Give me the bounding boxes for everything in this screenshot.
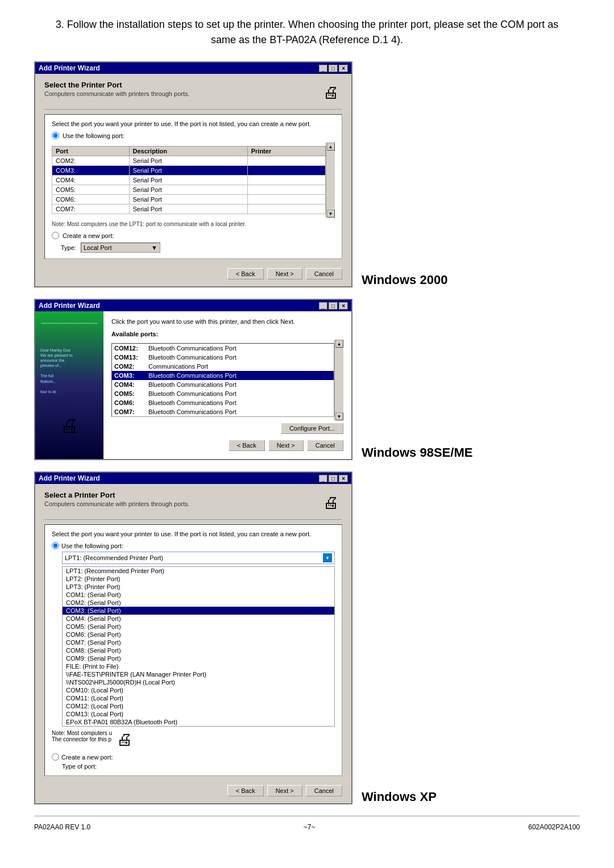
wizard-header-title-xp: Select a Printer Port xyxy=(44,491,190,499)
next-button-98[interactable]: Next > xyxy=(268,440,304,451)
radio-create-port-input[interactable] xyxy=(52,232,59,239)
desc-com5: Serial Port xyxy=(129,185,247,195)
scroll-down-arrow[interactable]: ▼ xyxy=(327,210,335,218)
port-desc: Communications Port xyxy=(148,363,331,370)
port-dropdown-xp[interactable]: LPT1: (Recommended Printer Port) ▼ xyxy=(62,552,335,564)
intro-text: 3. Follow the installation steps to set … xyxy=(34,17,580,48)
radio-use-port-xp[interactable]: Use the following port: xyxy=(52,542,335,549)
table-row[interactable]: COM4: Serial Port xyxy=(52,176,326,185)
list-item[interactable]: COM9: (Serial Port) xyxy=(63,654,334,662)
list-item[interactable]: COM13: (Local Port) xyxy=(63,710,334,718)
port-name: COM13: xyxy=(114,354,148,361)
ports-table-wrapper-98: COM12: Bluetooth Communications Port COM… xyxy=(111,340,343,420)
radio-use-port[interactable]: Use the following port: xyxy=(52,132,335,139)
list-item[interactable]: COM2: (Serial Port) xyxy=(63,599,334,607)
wizard-98-main: Click the port you want to use with this… xyxy=(103,311,351,459)
wizard-content-xp: Select a Printer Port Computers communic… xyxy=(35,484,351,803)
table-scrollbar[interactable]: ▲ ▼ xyxy=(326,143,335,218)
table-row[interactable]: COM3: Serial Port xyxy=(52,166,326,176)
maximize-btn[interactable]: □ xyxy=(329,65,338,72)
radio-use-port-input-xp[interactable] xyxy=(52,542,59,549)
list-item[interactable]: COM1: (Serial Port) xyxy=(63,591,334,599)
deco-line xyxy=(41,323,98,324)
configure-port-button[interactable]: Configure Port... xyxy=(281,423,343,434)
list-item[interactable]: COM5: (Serial Port) xyxy=(63,623,334,631)
radio-use-port-label: Use the following port: xyxy=(63,132,125,139)
cancel-button-98[interactable]: Cancel xyxy=(307,440,343,451)
dropdown-arrow-icon-xp[interactable]: ▼ xyxy=(323,553,332,562)
wizard-content-2000: Select the Printer Port Computers commun… xyxy=(35,74,351,286)
wizard-titlebar-xp: Add Printer Wizard _ □ × xyxy=(35,473,351,484)
list-item[interactable]: COM13: Bluetooth Communications Port xyxy=(112,353,334,362)
radio-create-port[interactable]: Create a new port: xyxy=(52,232,335,239)
back-button-2000[interactable]: < Back xyxy=(227,268,264,279)
scroll-down-98[interactable]: ▼ xyxy=(335,412,343,420)
close-btn[interactable]: × xyxy=(339,65,348,72)
list-item[interactable]: \\FAE-TEST\PRINTER (LAN Manager Printer … xyxy=(63,670,334,678)
list-item[interactable]: COM2: Communications Port xyxy=(112,362,334,371)
list-item[interactable]: COM7: (Serial Port) xyxy=(63,639,334,646)
wizard-title-xp: Add Printer Wizard xyxy=(39,474,100,482)
cancel-button-2000[interactable]: Cancel xyxy=(306,268,342,279)
desc-com4: Serial Port xyxy=(129,176,247,185)
table-row[interactable]: COM5: Serial Port xyxy=(52,185,326,195)
scroll-up-98[interactable]: ▲ xyxy=(335,340,343,348)
radio-create-port-input-xp[interactable] xyxy=(52,753,59,761)
list-item[interactable]: COM5: Bluetooth Communications Port xyxy=(112,389,334,398)
port-dropdown-list: LPT1: (Recommended Printer Port) LPT2: (… xyxy=(62,566,335,727)
list-item[interactable]: COM11: (Local Port) xyxy=(63,694,334,702)
list-item[interactable]: COM8: (Serial Port) xyxy=(63,646,334,654)
list-item[interactable]: LPT2: (Printer Port) xyxy=(63,575,334,583)
list-item[interactable]: COM6: (Serial Port) xyxy=(63,631,334,639)
close-btn-98[interactable]: × xyxy=(339,302,348,310)
list-item[interactable]: COM10: (Local Port) xyxy=(63,686,334,694)
minimize-btn[interactable]: _ xyxy=(319,65,328,72)
table-row[interactable]: COM6: Serial Port xyxy=(52,195,326,205)
back-button-98[interactable]: < Back xyxy=(229,440,265,451)
list-item[interactable]: \\NTS002\HPLJ5000(RD)H (Local Port) xyxy=(63,678,334,686)
table-row[interactable]: COM7: Serial Port xyxy=(52,205,326,214)
radio-create-port-xp[interactable]: Create a new port: xyxy=(52,753,335,761)
list-item[interactable]: COM3: Bluetooth Communications Port xyxy=(112,371,334,380)
scroll-up-arrow[interactable]: ▲ xyxy=(327,143,335,151)
port-name: COM7: xyxy=(114,408,148,415)
maximize-btn-xp[interactable]: □ xyxy=(329,475,338,482)
header-divider-xp xyxy=(44,519,342,520)
type-value: Local Port xyxy=(84,244,112,251)
table-header-row: Port Description Printer xyxy=(52,147,326,156)
minimize-btn-98[interactable]: _ xyxy=(319,302,328,310)
cancel-button-xp[interactable]: Cancel xyxy=(306,785,342,796)
port-table-wrapper: Port Description Printer COM2: Serial Po… xyxy=(52,143,335,218)
port-table-inner: Port Description Printer COM2: Serial Po… xyxy=(52,143,326,218)
radio-use-port-input[interactable] xyxy=(52,132,59,139)
body-text-98: Click the port you want to use with this… xyxy=(111,318,343,325)
type-dropdown[interactable]: Local Port ▼ xyxy=(81,243,160,253)
list-item[interactable]: COM6: Bluetooth Communications Port xyxy=(112,398,334,407)
close-btn-xp[interactable]: × xyxy=(339,475,348,482)
header-divider xyxy=(44,109,342,110)
list-item[interactable]: COM4: (Serial Port) xyxy=(63,615,334,623)
footer-center: ~7~ xyxy=(304,823,316,831)
list-item[interactable]: LPT3: (Printer Port) xyxy=(63,583,334,591)
port-desc: Bluetooth Communications Port xyxy=(148,345,331,352)
next-button-xp[interactable]: Next > xyxy=(267,785,302,796)
windows-xp-section: Add Printer Wizard _ □ × Select a Printe… xyxy=(34,471,580,804)
list-item[interactable]: COM3: (Serial Port) xyxy=(63,607,334,615)
list-item[interactable]: EPoX BT-PA01 80B32A (Bluetooth Port) xyxy=(63,718,334,726)
type-label: Type: xyxy=(61,244,76,251)
minimize-btn-xp[interactable]: _ xyxy=(319,475,328,482)
list-item[interactable]: LPT1: (Recommended Printer Port) xyxy=(63,567,334,575)
wizard-body-2000: Select the port you want your printer to… xyxy=(44,114,342,259)
wizard-header-title: Select the Printer Port xyxy=(44,81,190,89)
maximize-btn-98[interactable]: □ xyxy=(329,302,338,310)
list-item[interactable]: COM4: Bluetooth Communications Port xyxy=(112,380,334,389)
next-button-2000[interactable]: Next > xyxy=(267,268,302,279)
table-row[interactable]: COM2: Serial Port xyxy=(52,156,326,166)
ports-scrollbar-98[interactable]: ▲ ▼ xyxy=(334,340,343,420)
list-item[interactable]: FILE: (Print to File) xyxy=(63,662,334,670)
back-button-xp[interactable]: < Back xyxy=(227,785,264,796)
list-item[interactable]: COM12: Bluetooth Communications Port xyxy=(112,344,334,353)
list-item[interactable]: COM7: Bluetooth Communications Port xyxy=(112,407,334,416)
list-item[interactable]: COM12: (Local Port) xyxy=(63,702,334,710)
printer-icon-2-xp: 🖨 xyxy=(117,730,132,749)
